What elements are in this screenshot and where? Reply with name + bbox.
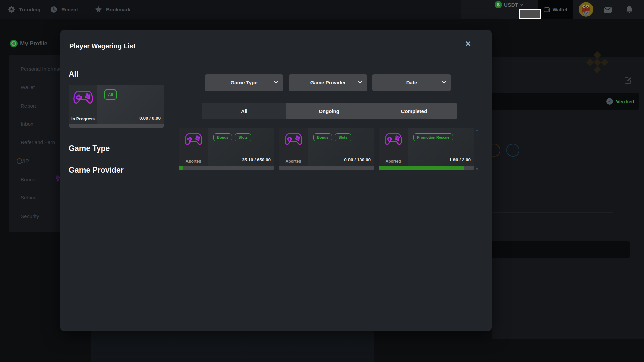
wager-badge: Bonus bbox=[313, 133, 332, 141]
wager-card[interactable]: Aborted Promotion Rescue 1.80 / 2.00 bbox=[379, 128, 474, 170]
nav-item-recent[interactable]: Recent bbox=[50, 0, 78, 19]
player-wagering-modal: Player Wagering List ✕ All In Progress A… bbox=[60, 30, 492, 331]
nav-item-label: Bookmark bbox=[106, 7, 130, 12]
wager-badge: Slots bbox=[335, 133, 351, 141]
currency-selector[interactable]: $ USDT ∨ bbox=[495, 1, 523, 9]
profile-content-panel: ✓ Verified bbox=[492, 57, 644, 339]
date-dropdown[interactable]: Date bbox=[372, 74, 451, 91]
sidebar-item-security[interactable]: Security bbox=[21, 213, 39, 219]
wager-card-left: Aborted bbox=[379, 128, 408, 170]
chevron-down-icon bbox=[442, 81, 446, 84]
wager-progress-track bbox=[179, 166, 274, 170]
scroll-down-icon[interactable]: ▼ bbox=[475, 167, 479, 171]
section-all-heading[interactable]: All bbox=[69, 70, 78, 79]
profile-title: My Profile bbox=[20, 40, 47, 47]
sidebar-item-inbox[interactable]: Inbox bbox=[21, 121, 33, 127]
tab-ongoing[interactable]: Ongoing bbox=[286, 103, 371, 119]
mail-icon[interactable] bbox=[603, 6, 612, 14]
game-provider-dropdown-label: Game Provider bbox=[310, 80, 346, 85]
wager-card-left: Aborted bbox=[179, 128, 208, 170]
highlight-box bbox=[519, 9, 541, 19]
nav-item-label: Trending bbox=[19, 7, 40, 12]
edit-pencil-icon[interactable] bbox=[624, 76, 632, 84]
modal-title: Player Wagering List bbox=[69, 42, 136, 50]
verified-badge: ✓ Verified bbox=[606, 93, 634, 110]
wager-card[interactable]: Aborted Bonus Slots 35.10 / 650.00 bbox=[179, 128, 274, 170]
tab-all[interactable]: All bbox=[202, 103, 286, 119]
sidebar-item-personal-information[interactable]: Personal Information bbox=[21, 66, 60, 72]
profile-header: My Profile bbox=[10, 40, 47, 47]
profile-sidebar: Personal Information Wallet Report Inbox… bbox=[9, 55, 60, 232]
chevron-down-icon: ∨ bbox=[519, 2, 524, 7]
top-nav: Trending Recent Bookmark $ USDT ∨ bbox=[0, 0, 644, 19]
crypto-icon-alt bbox=[506, 144, 519, 157]
date-dropdown-label: Date bbox=[406, 80, 417, 85]
background-table-strip bbox=[91, 331, 374, 362]
section-divider bbox=[492, 212, 613, 213]
wager-badge: Promotion Rescue bbox=[413, 133, 453, 141]
wager-status: Aborted bbox=[286, 159, 301, 164]
summary-amount: 0.00 / 0.00 bbox=[139, 116, 161, 121]
wagering-summary-card[interactable]: In Progress All 0.00 / 0.00 bbox=[69, 85, 164, 128]
summary-progress-track bbox=[69, 124, 164, 128]
close-icon[interactable]: ✕ bbox=[463, 39, 473, 49]
wager-progress-track bbox=[379, 166, 474, 170]
trending-icon bbox=[8, 6, 15, 13]
wager-progress-fill bbox=[379, 166, 464, 170]
gamepad-icon bbox=[184, 132, 203, 146]
binance-watermark-icon bbox=[587, 52, 611, 76]
currency-label: USDT bbox=[504, 2, 518, 8]
scroll-up-icon[interactable]: ▲ bbox=[475, 128, 479, 132]
nav-item-bookmark[interactable]: Bookmark bbox=[95, 0, 130, 19]
wager-amount: 35.10 / 650.00 bbox=[242, 157, 271, 162]
bell-icon[interactable] bbox=[625, 6, 634, 14]
nav-item-label: Recent bbox=[61, 7, 78, 12]
wager-progress-fill bbox=[179, 166, 183, 170]
game-type-dropdown[interactable]: Game Type bbox=[205, 74, 283, 91]
wager-status: Aborted bbox=[386, 159, 401, 164]
sidebar-item-vip[interactable]: VIP bbox=[21, 158, 29, 164]
tab-completed[interactable]: Completed bbox=[372, 103, 457, 119]
app-screen: Trending Recent Bookmark $ USDT ∨ bbox=[0, 0, 644, 362]
status-tabs: All Ongoing Completed bbox=[202, 103, 457, 119]
sidebar-item-report[interactable]: Report bbox=[21, 103, 36, 109]
wager-progress-track bbox=[279, 166, 374, 170]
summary-badge-all: All bbox=[104, 89, 117, 100]
usdt-coin-icon: $ bbox=[495, 1, 502, 8]
section-game-provider-heading[interactable]: Game Provider bbox=[69, 166, 124, 175]
wager-card[interactable]: Aborted Bonus Slots 0.00 / 130.00 bbox=[279, 128, 374, 170]
gamepad-icon bbox=[73, 89, 93, 105]
game-type-dropdown-label: Game Type bbox=[231, 80, 258, 85]
chevron-down-icon bbox=[358, 81, 362, 84]
gamepad-icon bbox=[384, 132, 402, 146]
section-game-type-heading[interactable]: Game Type bbox=[69, 144, 110, 153]
wager-badge: Bonus bbox=[213, 133, 232, 141]
wager-card-left: Aborted bbox=[279, 128, 308, 170]
verified-label: Verified bbox=[616, 99, 634, 104]
chevron-down-icon bbox=[274, 81, 278, 84]
sidebar-item-wallet[interactable]: Wallet bbox=[21, 84, 35, 90]
summary-card-left: In Progress bbox=[69, 85, 97, 128]
clock-icon bbox=[50, 6, 58, 13]
sidebar-item-bonus[interactable]: Bonus bbox=[21, 177, 35, 182]
wallet-button[interactable]: Wallet bbox=[538, 0, 573, 19]
username-field: ✓ Verified bbox=[492, 93, 639, 110]
summary-status: In Progress bbox=[71, 117, 95, 121]
sidebar-item-refer-and-earn[interactable]: Refer and Earn bbox=[21, 139, 55, 145]
inbox-gem-icon bbox=[56, 175, 60, 182]
wager-badge: Slots bbox=[235, 133, 251, 141]
wager-amount: 1.80 / 2.00 bbox=[449, 157, 471, 162]
sidebar-item-setting[interactable]: Setting bbox=[21, 195, 37, 200]
nav-item-trending[interactable]: Trending bbox=[8, 0, 40, 19]
star-icon bbox=[95, 6, 102, 13]
game-provider-dropdown[interactable]: Game Provider bbox=[289, 74, 367, 91]
wager-status: Aborted bbox=[186, 159, 201, 164]
profile-icon bbox=[10, 40, 18, 47]
wallet-label: Wallet bbox=[553, 7, 568, 12]
avatar[interactable] bbox=[579, 2, 593, 17]
wager-amount: 0.00 / 130.00 bbox=[344, 157, 371, 162]
check-circle-icon: ✓ bbox=[606, 98, 613, 105]
info-field bbox=[492, 241, 630, 258]
gamepad-icon bbox=[284, 132, 303, 146]
wallet-icon bbox=[544, 7, 550, 12]
